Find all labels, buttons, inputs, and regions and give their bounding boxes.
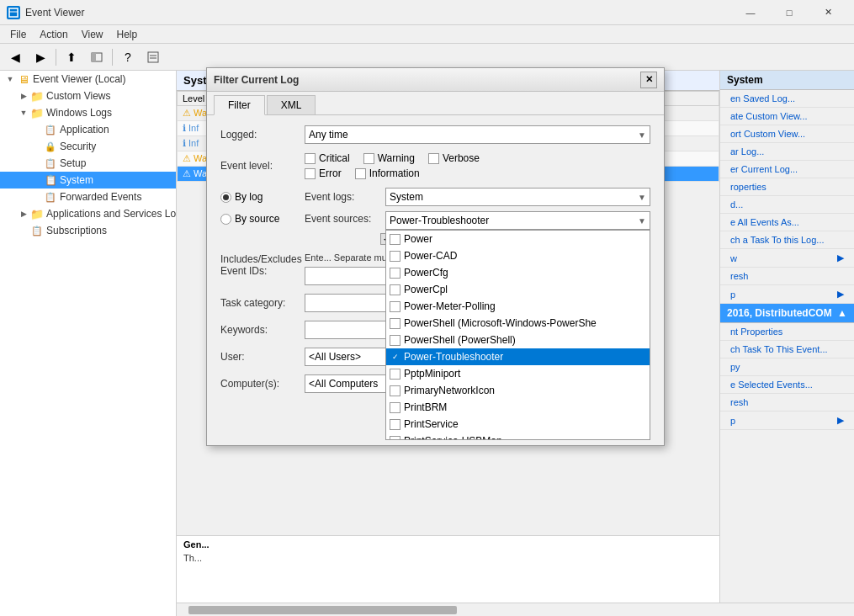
warning-label: Warning [378,152,415,164]
power-meter-checkbox[interactable] [390,301,400,312]
logged-label: Logged: [220,129,305,141]
dropdown-powercpl[interactable]: PowerCpl [386,281,650,298]
by-source-label: By source [235,213,279,225]
printservice-checkbox[interactable] [390,419,400,430]
power-ts-label: Power-Troubleshooter [404,351,503,363]
event-sources-arrow: ▼ [638,216,646,226]
checkbox-critical[interactable]: Critical [305,152,350,164]
dropdown-printservice-usb[interactable]: PrintService-USBMon [386,433,650,440]
power-cad-checkbox[interactable] [390,251,400,262]
powercpl-label: PowerCpl [404,284,448,295]
log-source-section: By log Event logs: System ▼ By source Ev… [220,188,650,245]
dropdown-powershell[interactable]: PowerShell (PowerShell) [386,332,650,348]
primary-network-checkbox[interactable] [390,385,400,396]
event-level-checkboxes: Critical Warning Verbose [305,152,650,179]
warning-checkbox[interactable] [363,153,374,164]
task-category-label: Task category: [220,297,305,309]
printbrm-label: PrintBRM [404,401,447,413]
event-logs-arrow: ▼ [638,193,646,202]
by-source-radio[interactable]: By source [220,211,305,225]
information-label: Information [369,167,420,179]
event-sources-trigger[interactable]: Power-Troubleshooter ▼ [385,211,650,230]
dropdown-primary-network[interactable]: PrimaryNetworkIcon [386,382,650,399]
printservice-label: PrintService [404,418,459,430]
printbrm-checkbox[interactable] [390,402,400,413]
event-level-row: Event level: Critical Warning [220,152,650,179]
event-level-label: Event level: [220,160,305,172]
by-log-label: By log [235,191,263,203]
power-checkbox[interactable] [390,234,400,245]
checkbox-warning[interactable]: Warning [363,152,415,164]
by-log-row: By log Event logs: System ▼ [220,188,650,206]
verbose-checkbox[interactable] [428,153,439,164]
dropdown-powershell-ms[interactable]: PowerShell (Microsoft-Windows-PowerShe [386,315,650,332]
critical-label: Critical [319,152,350,164]
computer-label: Computer(s): [220,378,305,390]
by-source-radio-btn[interactable] [220,214,231,225]
filter-modal: Filter Current Log ✕ Filter XML Logged: … [206,67,665,446]
event-sources-list: Power Power-CAD PowerCfg [385,230,650,440]
event-logs-select[interactable]: System ▼ [385,188,650,206]
event-ids-label: Includes/Excludes Event IDs: [220,252,305,277]
powercfg-label: PowerCfg [404,267,448,279]
checkbox-error[interactable]: Error [305,167,342,179]
by-source-row: By source Event sources: Power-Troublesh… [220,211,650,230]
by-log-radio-btn[interactable] [220,192,231,203]
information-checkbox[interactable] [355,168,366,179]
modal-overlay: Filter Current Log ✕ Filter XML Logged: … [0,0,854,616]
checkbox-verbose[interactable]: Verbose [428,152,480,164]
modal-body: Logged: Any time ▼ Event level: C [207,115,664,412]
powershell-checkbox[interactable] [390,335,400,346]
powercpl-checkbox[interactable] [390,284,400,295]
modal-title: Filter Current Log [214,74,640,86]
modal-close-button[interactable]: ✕ [640,72,657,88]
keywords-label: Keywords: [220,324,305,336]
verbose-label: Verbose [443,152,480,164]
tab-filter[interactable]: Filter [214,95,265,115]
logged-select-arrow: ▼ [638,130,646,140]
power-ts-checkbox[interactable]: ✓ [390,352,400,363]
logged-select[interactable]: Any time ▼ [305,125,650,144]
printservice-usb-checkbox[interactable] [390,436,400,441]
pptp-label: PptpMiniport [404,368,460,380]
powershell-ms-checkbox[interactable] [390,318,400,329]
dropdown-power[interactable]: Power [386,231,650,247]
power-meter-label: Power-Meter-Polling [404,300,496,312]
logged-value: Any time [309,129,348,141]
dropdown-powercfg[interactable]: PowerCfg [386,264,650,281]
event-sources-label: Event sources: [305,211,380,225]
dropdown-power-meter[interactable]: Power-Meter-Polling [386,298,650,315]
error-label: Error [319,167,342,179]
modal-tabs: Filter XML [207,92,664,115]
modal-title-bar: Filter Current Log ✕ [207,68,664,92]
by-log-radio[interactable]: By log [220,191,305,203]
dropdown-printservice[interactable]: PrintService [386,416,650,433]
event-logs-label: Event logs: [305,191,380,203]
power-cad-label: Power-CAD [404,250,457,262]
user-label: User: [220,351,305,363]
dropdown-power-troubleshooter[interactable]: ✓ Power-Troubleshooter [386,348,650,365]
computer-value: <All Computers [309,378,378,390]
powershell-label: PowerShell (PowerShell) [404,334,516,346]
error-checkbox[interactable] [305,168,316,179]
event-sources-value: Power-Troubleshooter [390,215,489,226]
tab-xml[interactable]: XML [267,95,316,114]
power-label: Power [404,233,432,245]
dropdown-printbrm[interactable]: PrintBRM [386,399,650,416]
event-logs-value: System [390,191,423,203]
user-value: <All Users> [309,351,361,363]
printservice-usb-label: PrintService-USBMon [404,435,502,440]
event-sources-dropdown[interactable]: Power-Troubleshooter ▼ Power Power-C [385,211,650,230]
primary-network-label: PrimaryNetworkIcon [404,385,495,396]
logged-row: Logged: Any time ▼ [220,125,650,144]
powershell-ms-label: PowerShell (Microsoft-Windows-PowerShe [404,317,597,329]
critical-checkbox[interactable] [305,153,316,164]
dropdown-pptp[interactable]: PptpMiniport [386,365,650,382]
dropdown-power-cad[interactable]: Power-CAD [386,247,650,264]
pptp-checkbox[interactable] [390,369,400,380]
checkbox-information[interactable]: Information [355,167,420,179]
powercfg-checkbox[interactable] [390,268,400,279]
logged-control: Any time ▼ [305,125,650,144]
